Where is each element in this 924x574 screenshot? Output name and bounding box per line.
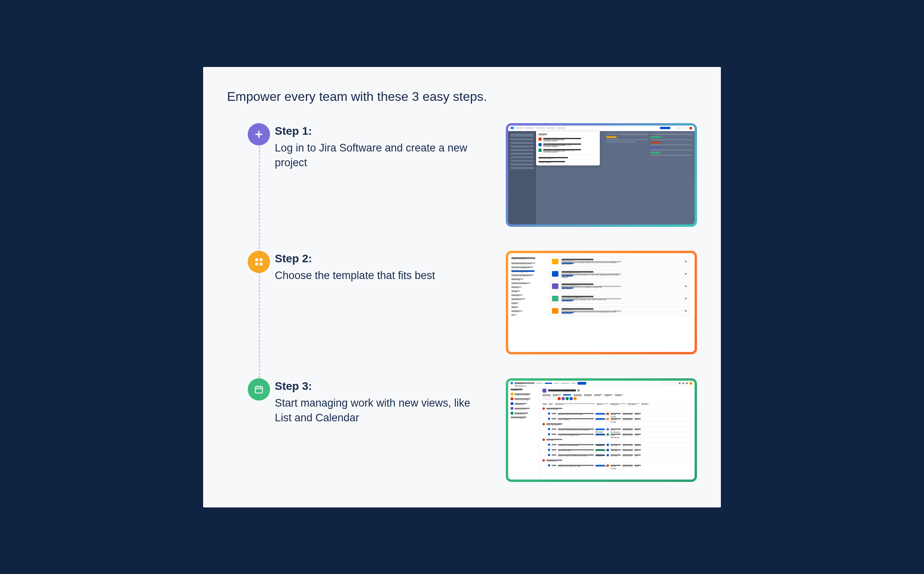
chevron-right-icon [685,298,687,299]
search-input [661,382,677,384]
nav-item [536,383,543,384]
issue-summary: First contact [558,418,594,419]
menu-item: Work Management Project (WC)Business pro… [538,142,598,147]
menu-footer-item: Create project [538,160,598,164]
due-date: 2021.08.22 [623,434,633,435]
template-icon [552,271,558,277]
board-columns: Recently updated Done [606,134,692,157]
priority: Cold [634,465,641,466]
status-badge: CONTACTING [595,413,605,415]
nav-item [571,383,576,384]
project-icon [538,143,542,146]
template-card: Campaign managementDrive a marketing cam… [549,293,690,304]
thumb1-sidebar [508,131,536,224]
view-tabs: Summary Board List Calendar Timeline For… [542,394,691,395]
sidebar-item: Enterprise sales [511,393,536,395]
template-list: Go-to-MarketCoordinate a go-to-market la… [544,253,695,352]
group-avatar [542,459,545,462]
chevron-right-icon [685,273,687,275]
calendar-icon [248,378,270,401]
template-card: RecruitmentMonitor candidates and potent… [549,306,690,316]
sidebar-item: Personal [511,294,523,296]
project-icon [511,393,513,395]
issue-key [552,413,556,414]
project-icon [511,397,513,400]
sidebar-item-selected: Work management [511,270,534,272]
priority: Hot [634,449,641,450]
jira-logo-icon [511,382,513,384]
jira-logo-icon [511,127,514,129]
notification-icon [679,382,681,384]
issue-key [552,444,556,445]
sidebar-item: Finance [511,286,521,288]
plus-icon [248,123,270,145]
steps-card: Empower every team with these 3 easy ste… [203,67,721,507]
step-1: Step 1: Log in to Jira Software and crea… [227,123,697,227]
assignee-avatar [607,464,609,467]
step-1-thumbnail: RECENT Software Project (PLAT)Software p… [506,123,697,227]
issue-type-icon [548,433,550,435]
table-row: Alexis Going... [542,406,691,411]
project-icon [511,402,513,405]
sidebar-footer: View all projects [511,417,527,418]
issue-summary: Organize mailhouseing [558,444,594,445]
issue-summary: Draw a relax one there for board [558,454,594,456]
nav-item [561,383,570,384]
sidebar-item: Product management [511,274,534,276]
template-card: Web design processFor designers and deve… [549,269,690,279]
tab: Timeline [584,394,592,395]
project-title: Enterprise sales [548,389,576,391]
due-date: 2021.07.03 [623,444,633,445]
avatar [558,397,561,400]
step-1-desc: Log in to Jira Software and create a new… [275,141,474,171]
priority: Cold [634,413,641,414]
assignee-avatar [607,428,609,431]
table-row: Americana... [542,458,691,463]
tab: Issues [615,394,623,395]
tab: Board [553,394,561,395]
nav-item [526,127,534,129]
issue-summary: Make a first seller for rate [558,465,594,466]
issue-key [552,454,556,456]
due-date: 2021.03.17 [623,454,633,456]
issue-type-icon [548,444,550,446]
group-label: Cai Yao... [546,439,562,440]
chevron-right-icon [685,261,687,262]
board-column: Recently updated [606,134,648,157]
table-body: Alexis Going... Explain one we wait a sa… [542,406,691,468]
assignee-avatar [607,413,609,415]
notification-icon [677,127,680,129]
assignee-avatar [607,433,609,436]
menu-header: RECENT [538,134,547,135]
priority: Cold [634,429,641,430]
table-header: Type Key Summary Status Assignee Due dat… [542,402,691,405]
project-icon [538,149,542,152]
group-avatar [542,407,545,410]
template-sidebar: Project templates Software development S… [508,253,544,352]
settings-icon [686,382,688,384]
svg-rect-4 [255,263,258,265]
status-badge: CONTRACTED [595,449,605,451]
due-date: 2021.08.22 [623,418,633,419]
status-badge: IN REVIEW [595,429,605,430]
due-date: 2021.09.22 [623,449,633,450]
sidebar-item: Operations [511,298,525,300]
issue-key [552,465,556,466]
sidebar-item: IT [511,314,516,316]
sidebar-item: Email campaign [511,397,536,400]
assignee-avatar [607,449,609,451]
assignee-name: Cai Yao [611,454,621,456]
priority: Cold [634,418,641,419]
sidebar-item: Sales [511,306,519,308]
sidebar-item: Legal [511,302,519,304]
svg-rect-2 [255,258,258,261]
assignee-name: Aras Symbaren [611,429,621,430]
star-icon [578,389,579,391]
help-icon [681,127,684,129]
nav-item [515,127,524,129]
grid-icon [248,251,270,273]
help-icon [682,382,684,384]
board-column: Done [650,134,692,157]
step-2-title: Step 2: [275,252,474,265]
table-row: Part-time tele requote direct support IN… [542,427,691,432]
